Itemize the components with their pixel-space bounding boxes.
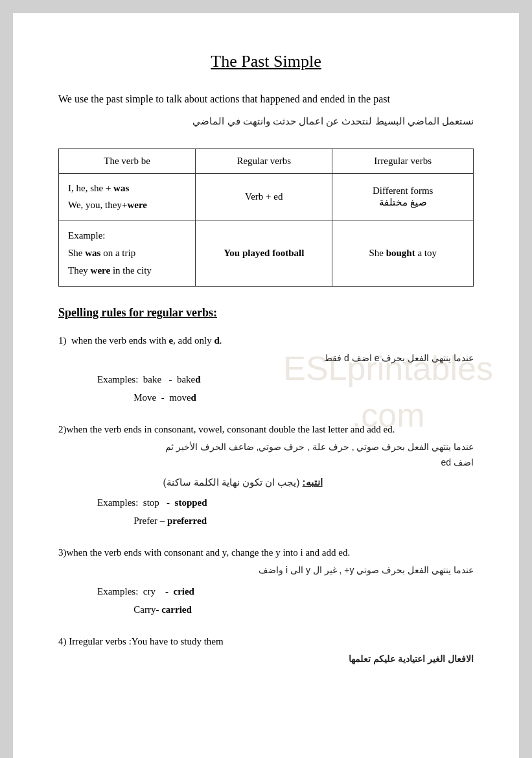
rule-2-block: 2)when the verb ends in consonant, vowel…	[58, 421, 474, 530]
rule-1-ex1: Examples: bake - baked	[97, 374, 201, 385]
rule-4-text: 4) Irregular verbs :You have to study th…	[58, 634, 474, 649]
example-label: Example:	[68, 230, 105, 241]
spelling-section: Spelling rules for regular verbs: 1) whe…	[58, 306, 474, 667]
rule-2-attention: انتبه: (يجب ان تكون نهاية الكلمة ساكنة)	[58, 474, 474, 491]
header-verb-be: The verb be	[59, 149, 196, 174]
irregular-example: She bought a toy	[332, 220, 474, 287]
header-regular-verbs: Regular verbs	[196, 149, 332, 174]
rule-3-text: 3)when the verb ends with consonant and …	[58, 545, 474, 560]
rule-3-block: 3)when the verb ends with consonant and …	[58, 545, 474, 619]
verb-be-forms: I, he, she + was We, you, they+were	[59, 174, 196, 220]
rule-1-examples: Examples: bake - baked Move - moved	[97, 370, 474, 407]
rule-2-text: 2)when the verb ends in consonant, vowel…	[58, 421, 474, 437]
regular-rule-text: Verb + ed	[245, 191, 283, 202]
regular-rule: Verb + ed	[196, 174, 332, 220]
intro-arabic: نستعمل الماضي البسيط لنتحدث عن اعمال حدث…	[58, 113, 474, 130]
irregular-rule: Different forms صيغ مختلفة	[332, 174, 474, 220]
rule-2-ex1: Examples: stop - stopped	[97, 497, 207, 508]
rule-2-examples: Examples: stop - stopped Prefer – prefer…	[97, 493, 474, 530]
verb-be-example: Example: She was on a trip They were in …	[59, 220, 196, 287]
rule-2-ex2: Prefer – preferred	[97, 515, 207, 526]
rule-2-arabic: عندما ينتهي الفعل بحرف صوتي , حرف علة , …	[58, 440, 474, 471]
irregular-arabic: صيغ مختلفة	[379, 196, 427, 207]
rule-1-block: 1) when the verb ends with e, add only d…	[58, 333, 474, 407]
page-title: The Past Simple	[58, 52, 474, 71]
regular-example: You played football	[196, 220, 332, 287]
page: ESLprintables.com The Past Simple We use…	[13, 13, 519, 758]
rule-3-ex2: Carry- carried	[97, 604, 192, 615]
spelling-title: Spelling rules for regular verbs:	[58, 306, 474, 320]
rule-4-arabic: الافعال الغير اعتيادية عليكم تعلمها	[58, 652, 474, 667]
rule-1-ex2: Move - moved	[97, 392, 196, 403]
rule-3-examples: Examples: cry - cried Carry- carried	[97, 582, 474, 619]
rule-4-block: 4) Irregular verbs :You have to study th…	[58, 634, 474, 667]
rule-3-ex1: Examples: cry - cried	[97, 586, 194, 597]
grammar-table: The verb be Regular verbs Irregular verb…	[58, 148, 474, 287]
header-irregular-verbs: Irregular verbs	[332, 149, 474, 174]
intro-english: We use the past simple to talk about act…	[58, 91, 474, 108]
intro-section: We use the past simple to talk about act…	[58, 91, 474, 129]
rule-3-arabic: عندما ينتهي الفعل بحرف صوتي y+ , غير ال …	[58, 563, 474, 578]
rule-1-text: 1) when the verb ends with e, add only d…	[58, 333, 474, 348]
rule-1-arabic: عندما ينتهي الفعل بحرف e اضف d فقط	[58, 351, 474, 366]
